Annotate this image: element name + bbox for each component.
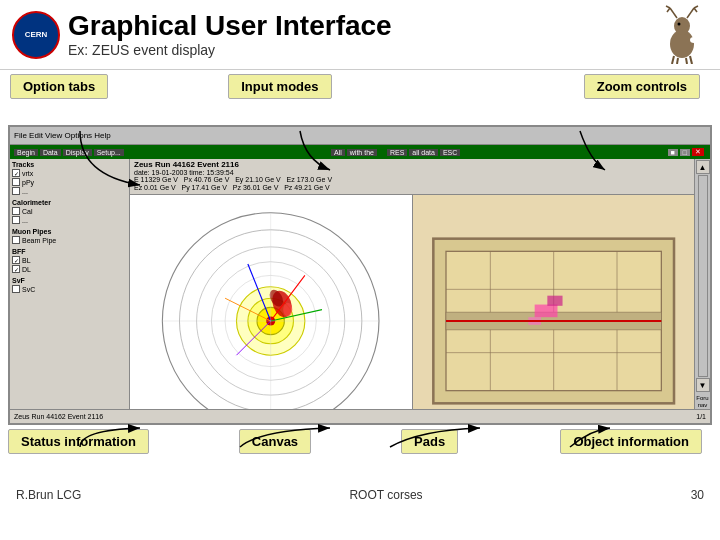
svg-line-2 [672,56,674,64]
panel-section-calorimeter: Calorimeter Cal ... [12,199,127,224]
svg-line-9 [687,8,694,18]
checkbox-dl[interactable] [12,265,20,273]
zeus-info-bar: Zeus Run 44162 Event 2116 date: 19-01-20… [130,159,694,195]
cern-logo-text: CERN [25,30,48,39]
panel-track-vrtx: vrtx [12,169,127,177]
zeus-canvases: XY View [130,195,694,409]
svg-line-4 [686,58,687,64]
scroll-up-button[interactable]: ▲ [696,160,710,174]
footer: R.Brun LCG ROOT corses 30 [0,480,720,510]
panel-bff-bl: BL [12,256,127,264]
panel-section-muon: Muon Pipes Beam Pipe [12,228,127,244]
panel-cal-title: Calorimeter [12,199,127,206]
zeus-all-button[interactable]: All [331,149,345,156]
panel-bff-dl: DL [12,265,127,273]
zeus-menubar-text: File Edit View Options Help [14,131,111,140]
canvas-label-bottom: Canvas [239,429,311,454]
checkbox-ppy[interactable] [12,178,20,186]
zeus-setup-button[interactable]: Setup... [94,149,124,156]
svg-line-6 [670,8,677,18]
zeus-left-panel: Tracks vrtx pPy ... Calorimeter [10,159,130,409]
panel-svf-title: SvF [12,277,127,284]
zeus-yz-detector-svg [427,207,680,409]
input-modes-label: Input modes [228,74,331,99]
svg-line-3 [677,58,678,64]
svg-point-25 [283,303,292,317]
checkbox-svc[interactable] [12,285,20,293]
svg-line-11 [694,8,697,12]
panel-label-foru: Foru [696,395,708,401]
checkbox-extra[interactable] [12,187,20,195]
zeus-max-button[interactable]: □ [680,149,690,156]
zeus-event-display: File Edit View Options Help Begin Data D… [8,125,712,425]
main-title: Graphical User Interface [68,11,708,42]
panel-svf-svc: SvC [12,285,127,293]
footer-author: R.Brun LCG [16,488,81,502]
status-information-label: Status information [8,429,149,454]
zeus-date-time: date: 19-01-2003 time: 15:39:54 [134,169,690,176]
zeus-data-button[interactable]: Data [40,149,61,156]
svg-rect-42 [534,305,557,318]
panel-track-ppy: pPy [12,178,127,186]
zoom-controls-label: Zoom controls [584,74,700,99]
cern-logo: CERN [12,11,60,59]
top-labels-row: Option tabs Input modes Zoom controls [0,70,720,125]
zeus-display-button[interactable]: Display [63,149,92,156]
object-information-label: Object information [560,429,702,454]
svg-line-8 [667,8,670,12]
zeus-status-bar: Begin Data Display Setup... All with the… [10,145,710,159]
zeus-bottom-bar: Zeus Run 44162 Event 2116 1/1 [10,409,710,423]
panel-section-svf: SvF SvC [12,277,127,293]
svg-point-1 [674,17,690,35]
checkbox-dots[interactable] [12,216,20,224]
deer-icon [652,4,712,64]
sub-title: Ex: ZEUS event display [68,42,708,58]
panel-cal-cal: Cal [12,207,127,215]
svg-point-13 [690,37,698,43]
footer-page: 30 [691,488,704,502]
checkbox-cal[interactable] [12,207,20,215]
zeus-run-event: Zeus Run 44162 Event 2116 [134,160,690,169]
svg-rect-43 [547,296,562,306]
checkbox-bl[interactable] [12,256,20,264]
zeus-bottom-nav: 1/1 [696,413,706,420]
zeus-xy-detector-svg [144,207,397,409]
zeus-menubar[interactable]: File Edit View Options Help [10,127,710,145]
panel-tracks-title: Tracks [12,161,127,168]
title-block: Graphical User Interface Ex: ZEUS event … [68,11,708,58]
checkbox-beampipe[interactable] [12,236,20,244]
svg-point-12 [678,23,681,26]
zeus-energy-info: E 11329 Ge V Px 40.76 Ge V Ey 21.10 Ge V… [134,176,690,193]
zeus-body: Tracks vrtx pPy ... Calorimeter [10,159,710,409]
panel-muon-title: Muon Pipes [12,228,127,235]
zeus-mini-button[interactable]: ■ [668,149,678,156]
svg-line-5 [690,56,692,64]
zeus-bottom-status: Zeus Run 44162 Event 2116 [14,413,103,420]
zeus-esc-button[interactable]: ESC [440,149,460,156]
zeus-close-button[interactable]: ✕ [692,148,704,156]
header: CERN Graphical User Interface Ex: ZEUS e… [0,0,720,70]
checkbox-vrtx[interactable] [12,169,20,177]
panel-section-bff: BFF BL DL [12,248,127,273]
pads-label: Pads [401,429,458,454]
panel-label-nav: nav [698,402,708,408]
panel-bff-title: BFF [12,248,127,255]
zeus-canvas-yz[interactable]: YZ Views [413,195,695,409]
zeus-alldata-button[interactable]: all data [409,149,438,156]
zeus-window: File Edit View Options Help Begin Data D… [10,127,710,423]
scroll-down-button[interactable]: ▼ [696,378,710,392]
scrollbar-track [698,175,708,377]
panel-track-extra: ... [12,187,127,195]
zeus-right-panel: ▲ ▼ Foru nav [694,159,710,409]
zeus-canvas-xy[interactable]: XY View [130,195,412,409]
panel-section-tracks: Tracks vrtx pPy ... [12,161,127,195]
zeus-with-button[interactable]: with the [347,149,377,156]
zeus-center: Zeus Run 44162 Event 2116 date: 19-01-20… [130,159,694,409]
footer-course: ROOT corses [349,488,422,502]
bottom-labels-row: Status information Canvas Pads Object in… [0,425,720,480]
zeus-res-button[interactable]: RES [387,149,407,156]
option-tabs-label: Option tabs [10,74,108,99]
panel-cal-dots: ... [12,216,127,224]
panel-muon-beampipe: Beam Pipe [12,236,127,244]
zeus-begin-button[interactable]: Begin [14,149,38,156]
